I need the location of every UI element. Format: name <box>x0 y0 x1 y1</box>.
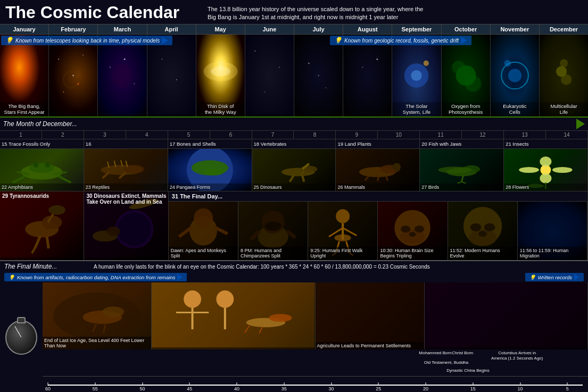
dec-trex-cell: 29 Tyrannosaurids <box>0 191 84 260</box>
svg-point-13 <box>211 66 230 76</box>
tick-label-35: 35 <box>281 386 287 391</box>
svg-point-33 <box>560 59 568 67</box>
fm-christ-label: Christ Born <box>452 351 473 356</box>
mar-label <box>98 114 146 116</box>
mammal-label: 26 Mammals <box>336 184 419 191</box>
bulb-icon-4: 💡 <box>529 274 536 280</box>
dec-num-14: 14 <box>546 131 588 139</box>
svg-line-57 <box>302 176 304 182</box>
svg-point-18 <box>308 63 310 64</box>
svg-point-102 <box>336 209 350 223</box>
bird-label: 27 Birds <box>420 184 503 191</box>
dec-events-row1: 15 Trace Fossils Only 16 17 Bones and Sh… <box>0 139 588 148</box>
fm-hist-label <box>425 347 587 349</box>
telescope-banner: 💡 Known from telescopes looking back in … <box>1 36 172 45</box>
dec-num-11: 11 <box>420 131 462 139</box>
brain-label: 10:30: Human Brain Size Begins Tripling <box>378 247 447 260</box>
fm-artifact-label: Known from artifacts, radiocarbon dating… <box>17 274 175 280</box>
chimp-cell: 8 PM: Humans and Chimpanzees Split <box>238 202 308 260</box>
fm-china-label: Dynastic China Begins <box>446 368 489 373</box>
svg-line-56 <box>289 175 294 182</box>
year-sep-cell: The SolarSystem, Life <box>392 35 441 116</box>
dec-mammal-cell: 26 Mammals <box>336 149 420 191</box>
year-mar-cell <box>98 35 147 116</box>
month-dec: December <box>540 24 588 34</box>
tick-55 <box>95 382 95 386</box>
fm-annotations-area: Columbus Arrives inAmerica (1.2 Seconds … <box>43 349 588 376</box>
tick-label-40: 40 <box>234 386 239 391</box>
dec-num-9: 9 <box>336 131 378 139</box>
december-section: The Month of December... 1 2 3 4 5 6 7 8… <box>0 116 588 260</box>
upright-cell: 9:25: Humans First Walk Upright <box>308 202 378 260</box>
fm-mohammed-label: Mohammed Born <box>419 351 451 356</box>
fm-written-banner: 💡 Written records <box>525 273 584 281</box>
aug-stars <box>343 35 392 116</box>
bulb-icon-2: 💡 <box>334 37 342 44</box>
telescope-label: Known from telescopes looking back in ti… <box>15 38 160 44</box>
svg-point-30 <box>504 60 511 67</box>
tick-label-55: 55 <box>93 386 98 391</box>
svg-point-29 <box>508 69 521 82</box>
fm-oldtest-label: Old Testament, Buddha <box>424 360 468 365</box>
svg-point-17 <box>318 75 319 76</box>
svg-point-24 <box>424 61 429 66</box>
year-jun-cell <box>245 35 294 116</box>
december-header-row: The Month of December... <box>0 118 588 130</box>
december-header: The Month of December... <box>3 120 77 128</box>
cosmic-calendar: The Cosmic Calendar The 13.8 billion yea… <box>0 0 588 392</box>
dec-bird-cell: 27 Birds <box>420 149 504 191</box>
feb-stars <box>49 35 97 116</box>
dec-num-10: 10 <box>378 131 420 139</box>
month-may: May <box>196 24 245 34</box>
svg-point-15 <box>279 67 280 68</box>
fm-painting-cell <box>152 282 315 349</box>
svg-point-114 <box>415 226 424 232</box>
painting-svg <box>152 282 314 349</box>
dec-num-5: 5 <box>168 131 210 139</box>
apr-stars <box>147 35 196 116</box>
chimp-label: 8 PM: Humans and Chimpanzees Split <box>238 247 308 260</box>
dec-label: MulticellularLife <box>540 102 588 116</box>
svg-point-118 <box>470 223 481 231</box>
svg-point-9 <box>113 63 132 88</box>
feb-bg <box>49 35 97 116</box>
dec-event-18: 18 Vertebrates <box>252 139 336 148</box>
month-feb: February <box>49 24 98 34</box>
aug-bg <box>343 35 392 116</box>
svg-point-27 <box>465 76 481 91</box>
month-oct: October <box>442 24 491 34</box>
tick-50 <box>142 382 143 386</box>
geologic-label: Known from geologic record, fossils, gen… <box>344 38 459 44</box>
year-apr-cell <box>147 35 196 116</box>
jan-label: The Big Bang,Stars First Appear <box>0 102 48 116</box>
jul-bg <box>294 35 343 116</box>
tick-label-15: 15 <box>470 386 476 391</box>
month-sep: September <box>392 24 441 34</box>
trex-label-top: 29 Tyrannosaurids <box>2 193 49 199</box>
tick-label-30: 30 <box>328 386 334 391</box>
year-section: 💡 Known from telescopes looking back in … <box>0 34 588 116</box>
tick-label-5: 5 <box>566 386 569 391</box>
tick-label-10: 10 <box>517 386 523 391</box>
svg-line-38 <box>13 177 26 183</box>
svg-point-36 <box>33 162 38 168</box>
svg-point-68 <box>438 166 472 173</box>
dec-num-8: 8 <box>294 131 336 139</box>
dec-dino-cell: 25 Dinosaurs <box>252 149 336 191</box>
svg-line-69 <box>462 176 463 182</box>
svg-line-105 <box>343 228 357 236</box>
svg-point-88 <box>118 212 151 246</box>
tick-30 <box>331 382 332 386</box>
svg-rect-138 <box>316 282 424 349</box>
dec-event-20: 20 Fish with Jaws <box>420 139 504 148</box>
tick-15 <box>473 382 473 386</box>
dino-label: 25 Dinosaurs <box>252 184 336 191</box>
svg-point-23 <box>411 70 422 81</box>
svg-point-99 <box>265 222 281 231</box>
month-apr: April <box>147 24 196 34</box>
svg-point-7 <box>124 59 126 60</box>
dec-event-21: 21 Insects <box>504 139 588 148</box>
tick-label-60: 60 <box>45 386 51 391</box>
svg-point-74 <box>540 173 552 184</box>
dec-num-4: 4 <box>126 131 168 139</box>
